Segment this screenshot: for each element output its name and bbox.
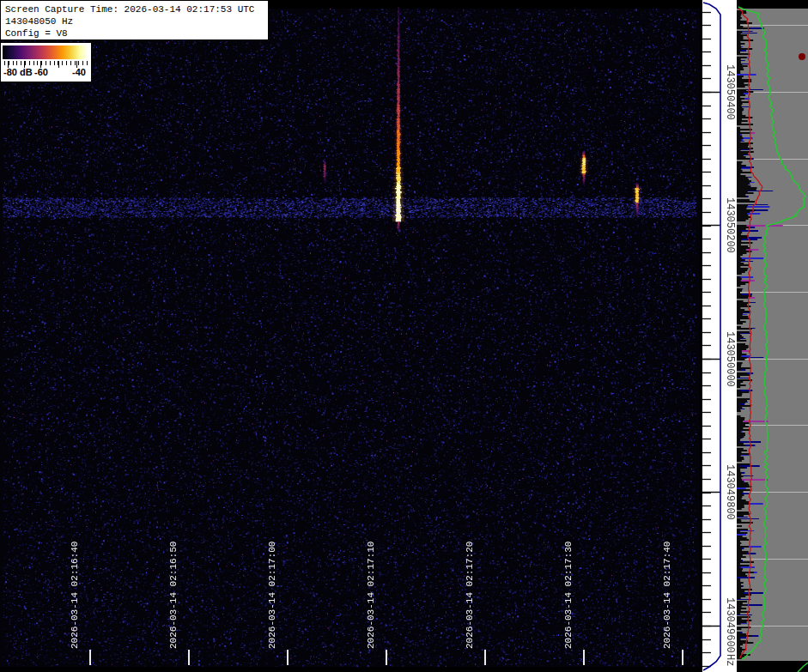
colorbar-minor-tick	[78, 61, 79, 65]
time-tick-1	[188, 650, 190, 665]
colorbar-gradient	[3, 45, 88, 59]
spectrogram-waterfall-canvas	[0, 0, 808, 672]
colorbar-minor-tick	[46, 61, 46, 65]
colorbar-minor-tick	[21, 61, 21, 65]
colorbar-minor-tick	[41, 61, 42, 65]
freq-label-3: 143049800	[723, 447, 736, 536]
colorbar-box: -80 dB -60 -40	[0, 42, 92, 82]
time-tick-3	[386, 650, 387, 665]
capture-time-text: Screen Capture Time: 2026-03-14 02:17:53…	[5, 3, 264, 15]
colorbar-minor-tick	[66, 61, 67, 65]
time-label-5: 2026-03-14 02:17:30	[563, 542, 574, 649]
colorbar-label-mid: -60	[34, 67, 48, 77]
time-label-0: 2026-03-14 02:16:40	[70, 542, 80, 649]
time-label-1: 2026-03-14 02:16:50	[168, 542, 179, 649]
time-label-2: 2026-03-14 02:17:00	[267, 542, 277, 649]
colorbar-minor-tick	[70, 61, 71, 65]
colorbar-minor-tick	[25, 61, 26, 65]
screen-capture-root: Screen Capture Time: 2026-03-14 02:17:53…	[0, 0, 808, 672]
time-label-6: 2026-03-14 02:17:40	[662, 542, 672, 649]
colorbar-minor-tick	[33, 61, 34, 65]
colorbar-minor-tick	[16, 61, 17, 65]
capture-info-box: Screen Capture Time: 2026-03-14 02:17:53…	[0, 0, 269, 40]
colorbar-minor-tick	[50, 61, 51, 65]
colorbar-label-min: -80 dB	[3, 67, 33, 77]
time-tick-0	[89, 650, 91, 665]
freq-label-0: 143050400	[723, 47, 736, 136]
time-tick-4	[484, 650, 486, 665]
center-frequency-text: 143048050 Hz	[5, 15, 264, 27]
colorbar-minor-tick	[82, 61, 83, 65]
time-tick-5	[583, 650, 585, 665]
colorbar-minor-tick	[4, 61, 5, 65]
colorbar-minor-tick	[62, 61, 63, 65]
time-label-4: 2026-03-14 02:17:20	[465, 542, 475, 649]
freq-label-1: 143050200	[723, 180, 736, 269]
colorbar-minor-tick	[29, 61, 30, 65]
colorbar-label-max: -40	[72, 67, 86, 77]
time-tick-2	[287, 650, 289, 665]
colorbar-minor-tick	[37, 61, 38, 65]
time-tick-6	[682, 650, 683, 665]
freq-label-2: 143050000	[723, 314, 736, 403]
colorbar-minor-tick	[9, 61, 9, 65]
config-text: Config = V8	[5, 27, 264, 39]
colorbar-minor-tick	[75, 61, 76, 65]
colorbar-minor-tick	[13, 61, 14, 65]
colorbar-major-tick	[58, 61, 59, 68]
colorbar-minor-tick	[87, 61, 88, 65]
frequency-axis-unit: Hz	[723, 654, 736, 666]
time-label-3: 2026-03-14 02:17:10	[366, 542, 376, 649]
colorbar-minor-tick	[54, 61, 55, 65]
